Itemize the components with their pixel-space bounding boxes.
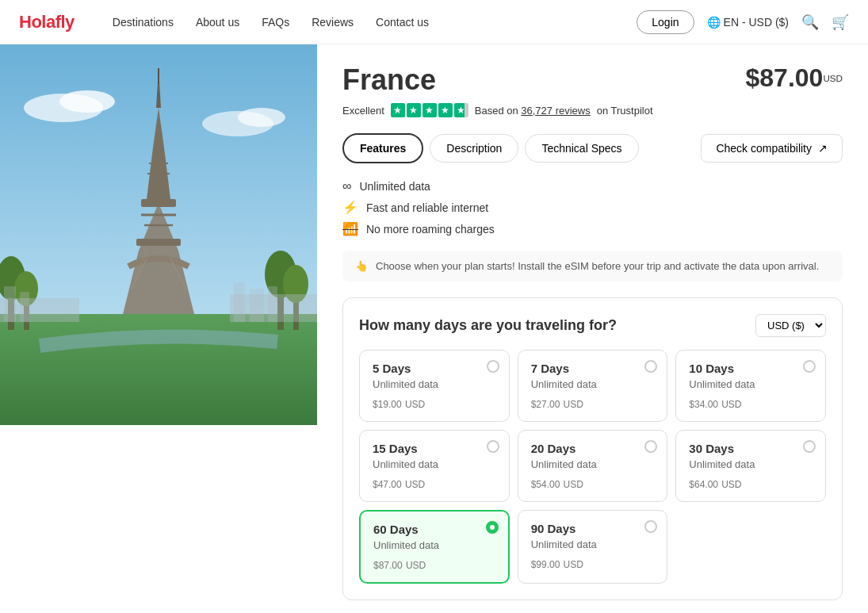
trustpilot-label: on Trustpilot (597, 105, 653, 117)
price-label-2: $34.00 USD (689, 397, 813, 410)
days-label-0: 5 Days (373, 362, 496, 375)
duration-title: How many days are you traveling for? (359, 317, 617, 334)
nav-right: Login 🌐 EN - USD ($) 🔍 🛒 (637, 10, 849, 34)
radio-90days (644, 520, 657, 533)
product-price-block: $87.00USD (746, 63, 843, 93)
check-compatibility-button[interactable]: Check compatibility ↗ (701, 134, 843, 163)
svg-rect-30 (268, 286, 277, 322)
price-label-3: $47.00 USD (373, 477, 496, 490)
svg-point-2 (59, 90, 115, 113)
price-label-5: $64.00 USD (689, 477, 813, 490)
duration-15days[interactable]: 15 Days Unlimited data $47.00 USD (359, 430, 510, 502)
nav-links: Destinations About us FAQs Reviews Conta… (113, 16, 429, 29)
unlimited-icon: ∞ (342, 179, 351, 193)
tab-description[interactable]: Description (430, 134, 518, 163)
data-label-6: Unlimited data (373, 539, 495, 551)
duration-section: How many days are you traveling for? USD… (342, 297, 843, 600)
product-image-col: H Scan the QR code and connect instantly (0, 44, 317, 613)
currency-select[interactable]: USD ($) (755, 314, 826, 337)
tab-features[interactable]: Features (342, 133, 423, 163)
globe-icon: 🌐 (707, 16, 721, 29)
info-banner-text: Choose when your plan starts! Install th… (376, 260, 819, 272)
trustpilot-row: Excellent ★ ★ ★ ★ ★ Based on 36,727 revi… (342, 103, 843, 117)
tab-technical[interactable]: Technical Specs (525, 134, 638, 163)
radio-15days (487, 440, 499, 453)
radio-60days (486, 521, 499, 534)
star-2: ★ (407, 103, 421, 117)
days-label-7: 90 Days (531, 522, 655, 535)
nav-destinations[interactable]: Destinations (113, 16, 174, 29)
price-label-1: $27.00 USD (531, 397, 655, 410)
star-3: ★ (423, 103, 437, 117)
duration-header: How many days are you traveling for? USD… (359, 314, 826, 337)
page-body: H Scan the QR code and connect instantly (0, 44, 868, 613)
search-icon[interactable]: 🔍 (801, 13, 819, 31)
radio-10days (803, 360, 816, 373)
nav-contact[interactable]: Contact us (376, 16, 429, 29)
radio-5days (487, 360, 499, 373)
reviews-link[interactable]: 36,727 reviews (521, 105, 590, 117)
svg-point-4 (238, 108, 285, 127)
check-compat-label: Check compatibility (716, 142, 812, 155)
feature-unlimited: ∞ Unlimited data (342, 179, 843, 193)
feature-text-1: Fast and reliable internet (366, 201, 488, 214)
radio-20days (644, 440, 657, 453)
radio-7days (644, 360, 657, 373)
product-header: France $87.00USD (342, 63, 843, 97)
data-label-2: Unlimited data (689, 378, 813, 390)
login-button[interactable]: Login (637, 10, 694, 34)
days-label-1: 7 Days (531, 362, 655, 375)
radio-30days (803, 440, 816, 453)
days-label-5: 30 Days (689, 442, 813, 455)
feature-roaming: 📶 No more roaming charges (342, 221, 843, 236)
price-label-6: $87.00 USD (373, 557, 495, 571)
duration-grid: 5 Days Unlimited data $19.00 USD 7 Days … (359, 350, 826, 584)
navbar: Holafly Destinations About us FAQs Revie… (0, 0, 868, 44)
product-image (0, 44, 317, 425)
info-banner: 👆 Choose when your plan starts! Install … (342, 251, 843, 282)
days-label-4: 20 Days (531, 442, 655, 455)
star-4: ★ (438, 103, 453, 117)
svg-rect-15 (136, 239, 181, 246)
star-1: ★ (391, 103, 405, 117)
logo[interactable]: Holafly (19, 12, 75, 33)
svg-rect-28 (234, 282, 245, 322)
rating-label: Excellent (342, 105, 384, 117)
days-label-2: 10 Days (689, 362, 813, 375)
cart-icon[interactable]: 🛒 (832, 13, 849, 31)
trustpilot-stars: ★ ★ ★ ★ ★ (391, 103, 468, 117)
duration-7days[interactable]: 7 Days Unlimited data $27.00 USD (518, 350, 668, 422)
locale-selector[interactable]: 🌐 EN - USD ($) (707, 16, 789, 29)
duration-90days[interactable]: 90 Days Unlimited data $99.00 USD (518, 510, 668, 584)
price-label-0: $19.00 USD (373, 397, 496, 410)
price-label-7: $99.00 USD (531, 557, 655, 570)
fast-icon: ⚡ (342, 200, 358, 215)
data-label-5: Unlimited data (689, 458, 813, 470)
duration-30days[interactable]: 30 Days Unlimited data $64.00 USD (675, 430, 826, 502)
svg-rect-14 (141, 199, 176, 207)
nav-about[interactable]: About us (196, 16, 239, 29)
nav-reviews[interactable]: Reviews (312, 16, 354, 29)
tabs-row: Features Description Technical Specs Che… (342, 133, 843, 163)
days-label-6: 60 Days (373, 523, 495, 536)
duration-20days[interactable]: 20 Days Unlimited data $54.00 USD (518, 430, 668, 502)
data-label-0: Unlimited data (373, 378, 496, 390)
product-price: $87.00 (746, 63, 824, 92)
duration-10days[interactable]: 10 Days Unlimited data $34.00 USD (675, 350, 826, 422)
svg-rect-29 (250, 289, 264, 322)
duration-5days[interactable]: 5 Days Unlimited data $19.00 USD (359, 350, 510, 422)
product-info-col: France $87.00USD Excellent ★ ★ ★ ★ ★ Bas… (317, 44, 868, 613)
features-list: ∞ Unlimited data ⚡ Fast and reliable int… (342, 179, 843, 236)
price-label-4: $54.00 USD (531, 477, 655, 490)
star-5: ★ (454, 103, 468, 117)
external-link-icon: ↗ (818, 142, 828, 155)
feature-fast: ⚡ Fast and reliable internet (342, 200, 843, 215)
duration-60days[interactable]: 60 Days Unlimited data $87.00 USD (359, 510, 510, 584)
feature-text-2: No more roaming charges (366, 223, 495, 236)
data-label-7: Unlimited data (531, 538, 655, 550)
info-hand-icon: 👆 (355, 260, 368, 272)
price-currency: USD (823, 73, 843, 83)
nav-faqs[interactable]: FAQs (262, 16, 289, 29)
product-title: France (342, 63, 436, 97)
data-label-3: Unlimited data (373, 458, 496, 470)
